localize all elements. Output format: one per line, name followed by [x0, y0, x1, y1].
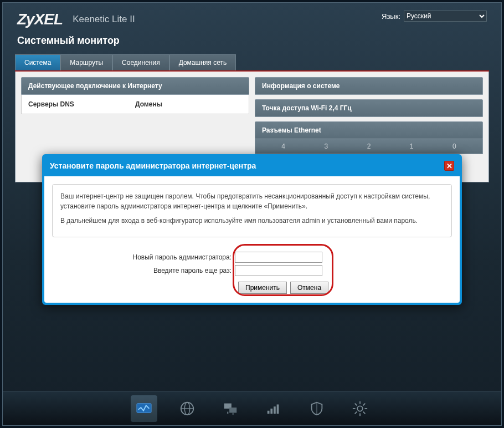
page-title: Системный монитор	[3, 35, 501, 54]
eth-port: 4	[281, 142, 285, 150]
panel-sysinfo-header: Информация о системе	[255, 77, 483, 95]
svg-rect-7	[233, 412, 234, 415]
cancel-button[interactable]: Отмена	[290, 282, 328, 294]
wifi-icon[interactable]	[260, 395, 287, 422]
tab-system[interactable]: Система	[15, 54, 60, 70]
model-name: Keenetic Lite II	[73, 14, 135, 25]
svg-rect-9	[270, 409, 272, 414]
svg-rect-8	[268, 410, 270, 414]
svg-rect-10	[274, 406, 276, 414]
tab-connections[interactable]: Соединения	[112, 54, 169, 70]
status-icon[interactable]	[131, 395, 157, 422]
svg-rect-6	[227, 411, 228, 414]
eth-port: 3	[324, 142, 328, 150]
col-dns: Серверы DNS	[28, 100, 135, 108]
svg-line-18	[363, 411, 366, 414]
eth-port: 2	[367, 142, 371, 150]
language-select[interactable]: Русский	[404, 11, 487, 22]
eth-port: 1	[410, 142, 414, 150]
panel-eth-header: Разъемы Ethernet	[255, 121, 483, 139]
close-icon[interactable]: ✕	[444, 161, 454, 171]
svg-rect-11	[277, 404, 279, 414]
modal: Установите пароль администратора интерне…	[42, 154, 462, 305]
repeat-password-input[interactable]	[235, 265, 322, 276]
bottom-nav	[3, 391, 501, 425]
network-icon[interactable]	[217, 395, 244, 422]
tab-row: Система Маршруты Соединения Домашняя сет…	[15, 54, 489, 72]
tab-homenet[interactable]: Домашняя сеть	[169, 54, 236, 70]
internet-icon[interactable]	[174, 395, 200, 422]
label-repeat-password: Введите пароль еще раз:	[52, 267, 235, 274]
settings-icon[interactable]	[347, 395, 373, 422]
svg-line-20	[363, 403, 366, 405]
tab-routes[interactable]: Маршруты	[60, 54, 112, 70]
svg-rect-5	[229, 407, 236, 412]
col-domains: Домены	[135, 100, 242, 108]
logo: ZyXEL	[17, 11, 63, 28]
svg-line-19	[355, 411, 357, 414]
apply-button[interactable]: Применить	[238, 282, 287, 294]
modal-title: Установите пароль администратора интерне…	[50, 161, 256, 170]
eth-port: 0	[452, 142, 456, 150]
modal-message: Ваш интернет-центр не защищен паролем. Ч…	[52, 184, 452, 237]
label-new-password: Новый пароль администратора:	[52, 253, 235, 261]
security-icon[interactable]	[304, 395, 330, 422]
new-password-input[interactable]	[235, 252, 322, 263]
panel-internet-header: Действующее подключение к Интернету	[21, 77, 249, 95]
svg-point-12	[357, 406, 362, 411]
svg-line-17	[355, 403, 357, 405]
language-label: Язык:	[382, 12, 400, 21]
panel-wifi-header: Точка доступа Wi-Fi 2,4 ГГц	[255, 99, 483, 117]
